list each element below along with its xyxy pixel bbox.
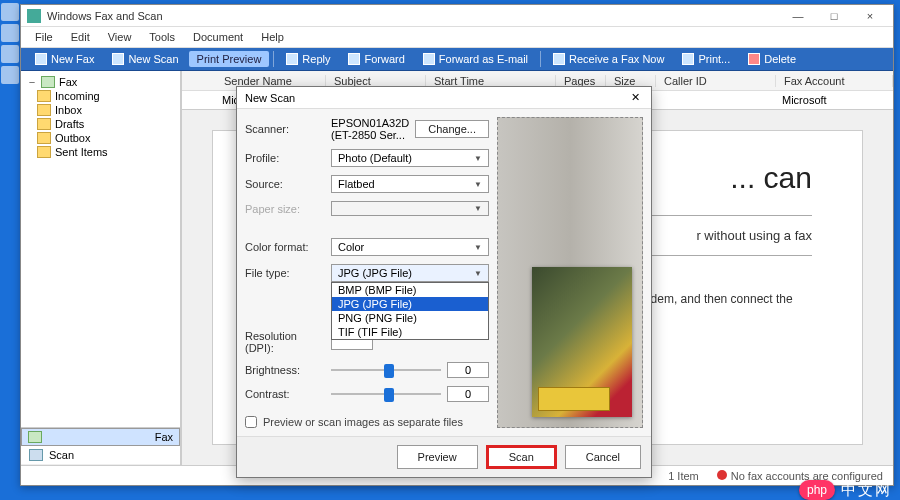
folder-icon — [37, 132, 51, 144]
tree-inbox[interactable]: Inbox — [35, 103, 176, 117]
forward-button[interactable]: Forward — [340, 51, 412, 67]
change-scanner-button[interactable]: Change... — [415, 120, 489, 138]
menu-file[interactable]: File — [27, 29, 61, 45]
menubar: File Edit View Tools Document Help — [21, 27, 893, 48]
maximize-button[interactable]: □ — [817, 7, 851, 25]
scan-preview-image — [532, 267, 632, 417]
warning-icon — [717, 470, 727, 480]
reply-icon — [286, 53, 298, 65]
sidebar: −Fax Incoming Inbox Drafts Outbox Sent I… — [21, 71, 181, 465]
status-warning: No fax accounts are configured — [717, 470, 883, 482]
dialog-title: New Scan — [245, 92, 295, 104]
cell-account: Microsoft — [774, 94, 893, 106]
delete-button[interactable]: Delete — [740, 51, 804, 67]
source-select[interactable]: Flatbed▼ — [331, 175, 489, 193]
receive-fax-button[interactable]: Receive a Fax Now — [545, 51, 672, 67]
reply-button[interactable]: Reply — [278, 51, 338, 67]
filetype-select[interactable]: JPG (JPG File)▼ — [331, 264, 489, 282]
print-button[interactable]: Print... — [674, 51, 738, 67]
papersize-select: ▼ — [331, 201, 489, 216]
filetype-dropdown: BMP (BMP File) JPG (JPG File) PNG (PNG F… — [331, 282, 489, 340]
scan-icon — [29, 449, 43, 461]
separate-files-checkbox[interactable]: Preview or scan images as separate files — [245, 416, 489, 428]
scanner-label: Scanner: — [245, 123, 325, 135]
col-account[interactable]: Fax Account — [776, 75, 893, 87]
col-sender[interactable]: Sender Name — [216, 75, 326, 87]
close-button[interactable]: × — [853, 7, 887, 25]
forward-icon — [348, 53, 360, 65]
scanner-row: Scanner: EPSON01A32D (ET-2850 Ser... Cha… — [245, 117, 489, 141]
filetype-option-bmp[interactable]: BMP (BMP File) — [332, 283, 488, 297]
minimize-button[interactable]: — — [781, 7, 815, 25]
contrast-label: Contrast: — [245, 388, 325, 400]
col-pages[interactable]: Pages — [556, 75, 606, 87]
brightness-value[interactable]: 0 — [447, 362, 489, 378]
folder-icon — [37, 146, 51, 158]
scan-preview-area[interactable] — [497, 117, 643, 428]
new-fax-button[interactable]: New Fax — [27, 51, 102, 67]
menu-tools[interactable]: Tools — [141, 29, 183, 45]
desktop-icon — [1, 3, 19, 21]
dialog-close-button[interactable]: ✕ — [627, 90, 643, 106]
colorformat-select[interactable]: Color▼ — [331, 238, 489, 256]
profile-label: Profile: — [245, 152, 325, 164]
tree-root-fax[interactable]: −Fax — [25, 75, 176, 89]
folder-tree: −Fax Incoming Inbox Drafts Outbox Sent I… — [21, 71, 180, 427]
folder-icon — [37, 118, 51, 130]
switch-scan[interactable]: Scan — [21, 446, 180, 465]
chevron-down-icon: ▼ — [474, 204, 482, 213]
fax-icon — [28, 431, 42, 443]
scan-button[interactable]: Scan — [486, 445, 557, 469]
col-size[interactable]: Size — [606, 75, 656, 87]
profile-select[interactable]: Photo (Default)▼ — [331, 149, 489, 167]
dialog-titlebar[interactable]: New Scan ✕ — [237, 87, 651, 109]
preview-button[interactable]: Preview — [397, 445, 478, 469]
contrast-slider[interactable] — [331, 386, 441, 402]
desktop-strip — [0, 0, 20, 500]
filetype-option-jpg[interactable]: JPG (JPG File) — [332, 297, 488, 311]
switch-fax[interactable]: Fax — [21, 428, 180, 446]
receive-icon — [553, 53, 565, 65]
colorformat-label: Color format: — [245, 241, 325, 253]
app-icon — [27, 9, 41, 23]
print-icon — [682, 53, 694, 65]
brightness-label: Brightness: — [245, 364, 325, 376]
filetype-label: File type: — [245, 267, 325, 279]
cancel-button[interactable]: Cancel — [565, 445, 641, 469]
chevron-down-icon: ▼ — [474, 269, 482, 278]
folder-icon — [41, 76, 55, 88]
col-subject[interactable]: Subject — [326, 75, 426, 87]
new-scan-dialog: New Scan ✕ Scanner: EPSON01A32D (ET-2850… — [236, 86, 652, 478]
desktop-icon — [1, 45, 19, 63]
menu-view[interactable]: View — [100, 29, 140, 45]
tree-outbox[interactable]: Outbox — [35, 131, 176, 145]
col-starttime[interactable]: Start Time — [426, 75, 556, 87]
view-switcher: Fax Scan — [21, 427, 180, 465]
filetype-option-tif[interactable]: TIF (TIF File) — [332, 325, 488, 339]
menu-help[interactable]: Help — [253, 29, 292, 45]
dialog-footer: Preview Scan Cancel — [237, 436, 651, 477]
toolbar: New Fax New Scan Print Preview Reply For… — [21, 48, 893, 71]
desktop-icon — [1, 24, 19, 42]
forward-email-button[interactable]: Forward as E-mail — [415, 51, 536, 67]
source-label: Source: — [245, 178, 325, 190]
tree-incoming[interactable]: Incoming — [35, 89, 176, 103]
menu-edit[interactable]: Edit — [63, 29, 98, 45]
mail-icon — [423, 53, 435, 65]
new-scan-button[interactable]: New Scan — [104, 51, 186, 67]
brightness-slider[interactable] — [331, 362, 441, 378]
tree-drafts[interactable]: Drafts — [35, 117, 176, 131]
chevron-down-icon: ▼ — [474, 243, 482, 252]
expander-icon[interactable]: − — [27, 77, 37, 87]
desktop-icon — [1, 66, 19, 84]
scanner-name: EPSON01A32D (ET-2850 Ser... — [331, 117, 409, 141]
titlebar[interactable]: Windows Fax and Scan — □ × — [21, 5, 893, 27]
chevron-down-icon: ▼ — [474, 154, 482, 163]
tree-sent-items[interactable]: Sent Items — [35, 145, 176, 159]
contrast-value[interactable]: 0 — [447, 386, 489, 402]
menu-document[interactable]: Document — [185, 29, 251, 45]
filetype-option-png[interactable]: PNG (PNG File) — [332, 311, 488, 325]
fax-icon — [35, 53, 47, 65]
col-callerid[interactable]: Caller ID — [656, 75, 776, 87]
print-preview-button[interactable]: Print Preview — [189, 51, 270, 67]
